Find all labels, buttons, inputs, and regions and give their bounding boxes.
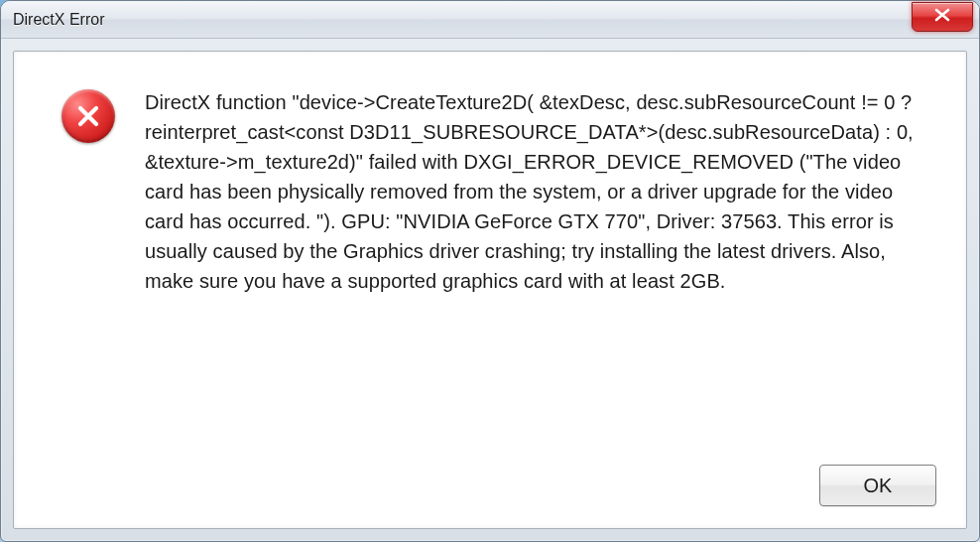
titlebar: DirectX Error xyxy=(1,1,979,39)
dialog-content: DirectX function "device->CreateTexture2… xyxy=(13,51,967,529)
close-button[interactable] xyxy=(912,2,973,32)
dialog-window: DirectX Error DirectX function "device->… xyxy=(0,0,980,542)
message-row: DirectX function "device->CreateTexture2… xyxy=(14,52,966,308)
button-row: OK xyxy=(819,465,936,506)
ok-button[interactable]: OK xyxy=(819,465,936,506)
window-title: DirectX Error xyxy=(13,11,104,29)
close-icon xyxy=(933,8,951,26)
error-icon xyxy=(61,89,115,143)
error-message: DirectX function "device->CreateTexture2… xyxy=(145,87,924,296)
